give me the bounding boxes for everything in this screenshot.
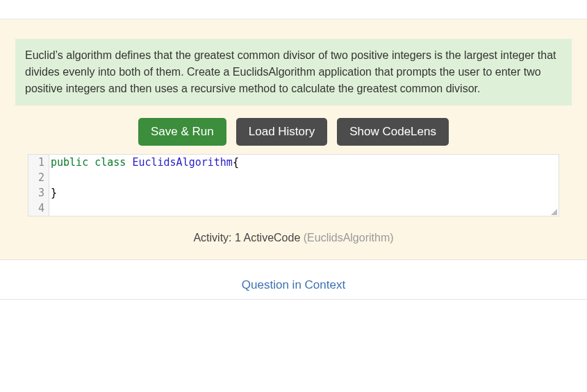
resize-handle-icon[interactable] (551, 209, 557, 215)
brace-open: { (233, 156, 239, 169)
code-line-1: public class EuclidsAlgorithm{ (49, 155, 559, 170)
line-number: 1 (28, 155, 49, 170)
top-band (0, 0, 587, 19)
show-codelens-button[interactable]: Show CodeLens (337, 118, 449, 146)
activity-prefix: Activity: 1 ActiveCode (193, 232, 303, 244)
code-area: 1 public class EuclidsAlgorithm{ 2 3 } 4 (28, 155, 559, 216)
line-number: 4 (28, 201, 49, 216)
load-history-button[interactable]: Load History (236, 118, 327, 146)
save-run-button[interactable]: Save & Run (138, 118, 226, 146)
activity-caption: Activity: 1 ActiveCode (EuclidsAlgorithm… (15, 232, 572, 244)
code-line-4 (49, 201, 559, 216)
question-in-context-link[interactable]: Question in Context (242, 278, 345, 291)
keyword-public: public (51, 156, 88, 169)
code-editor[interactable]: 1 public class EuclidsAlgorithm{ 2 3 } 4 (28, 154, 559, 216)
button-row: Save & Run Load History Show CodeLens (15, 118, 572, 146)
line-number: 3 (28, 185, 49, 201)
problem-description: Euclid’s algorithm defines that the grea… (15, 39, 572, 105)
keyword-class: class (94, 156, 126, 169)
line-number: 2 (28, 170, 49, 185)
context-row: Question in Context (0, 260, 587, 300)
class-name: EuclidsAlgorithm (132, 156, 233, 169)
activecode-panel: Euclid’s algorithm defines that the grea… (0, 19, 587, 260)
code-line-3: } (49, 185, 559, 201)
activity-id: (EuclidsAlgorithm) (304, 232, 394, 244)
code-line-2 (49, 170, 559, 185)
